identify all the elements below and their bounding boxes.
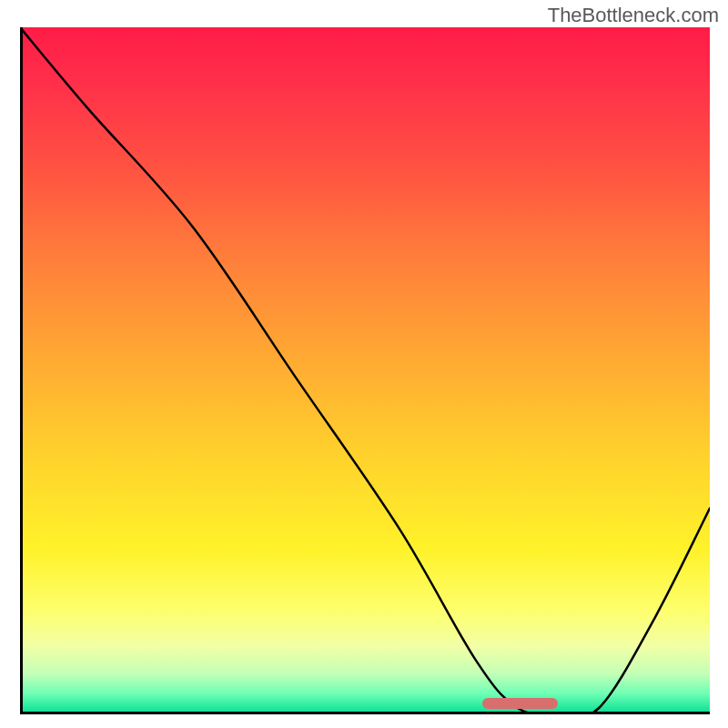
optimal-range-marker	[482, 698, 558, 709]
bottleneck-curve-line	[20, 27, 710, 714]
bottleneck-chart	[20, 27, 710, 714]
attribution-text: TheBottleneck.com	[548, 4, 719, 27]
